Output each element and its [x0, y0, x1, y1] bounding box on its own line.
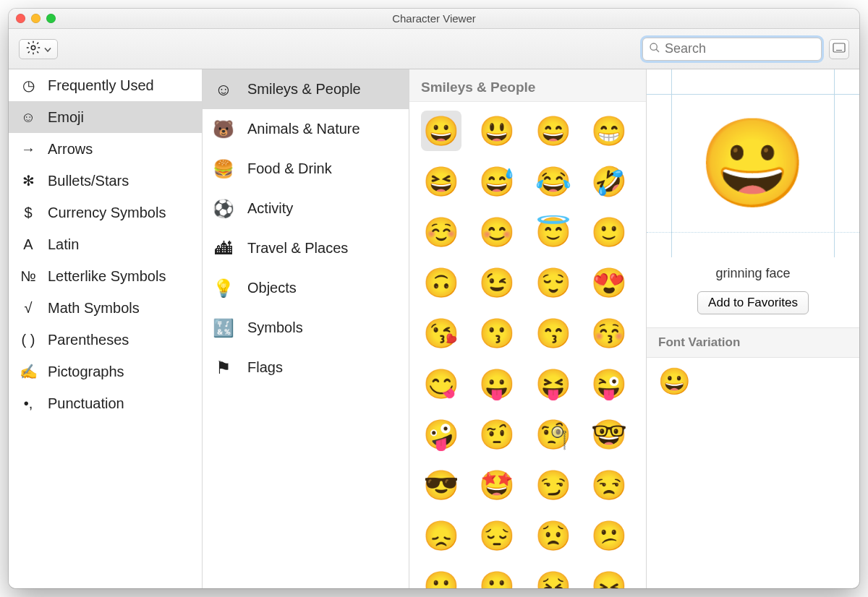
window-close-button[interactable]: [16, 14, 25, 23]
character-cell[interactable]: 😙: [533, 313, 574, 353]
character-cell[interactable]: 😏: [533, 465, 574, 505]
category-row[interactable]: ( )Parentheses: [9, 324, 202, 356]
subcategory-row[interactable]: ⚽Activity: [203, 189, 409, 228]
character-cell[interactable]: 😅: [477, 161, 517, 202]
font-variation-heading: Font Variation: [647, 327, 859, 358]
subcategory-label: Activity: [247, 200, 293, 217]
category-label: Emoji: [48, 109, 84, 126]
character-cell[interactable]: 😊: [477, 212, 517, 252]
character-cell[interactable]: 😣: [533, 566, 574, 588]
settings-menu-button[interactable]: [19, 39, 58, 59]
subcategory-row[interactable]: ⚑Flags: [203, 348, 409, 387]
window-minimize-button[interactable]: [31, 14, 41, 23]
punct-icon: •,: [19, 395, 38, 412]
character-cell[interactable]: 🧐: [533, 414, 574, 455]
picto-icon: ✍: [19, 363, 38, 380]
category-row[interactable]: ✻Bullets/Stars: [9, 165, 202, 197]
symbols-icon: 🔣: [213, 318, 234, 338]
subcategory-label: Animals & Nature: [247, 121, 360, 137]
character-cell[interactable]: 😗: [477, 313, 517, 353]
subcategory-label: Travel & Places: [247, 240, 348, 257]
window-zoom-button[interactable]: [46, 14, 56, 23]
category-label: Bullets/Stars: [48, 173, 129, 189]
character-cell[interactable]: 😎: [421, 465, 461, 505]
category-row[interactable]: ☺Emoji: [9, 101, 202, 133]
body: ◷Frequently Used☺Emoji→Arrows✻Bullets/St…: [9, 69, 859, 588]
category-row[interactable]: →Arrows: [9, 133, 202, 165]
flags-icon: ⚑: [213, 358, 234, 378]
search-input[interactable]: [665, 41, 815, 56]
titlebar: Character Viewer: [9, 9, 859, 29]
subcategory-label: Objects: [247, 280, 297, 296]
category-row[interactable]: √Math Symbols: [9, 292, 202, 324]
subcategory-row[interactable]: 💡Objects: [203, 268, 409, 308]
character-cell[interactable]: 😋: [421, 364, 461, 404]
character-cell[interactable]: 🙃: [421, 262, 461, 303]
radical-icon: √: [19, 300, 38, 317]
add-to-favorites-button[interactable]: Add to Favorites: [697, 291, 809, 314]
character-grid-panel: Smileys & People 😀😃😄😁😆😅😂🤣☺️😊😇🙂🙃😉😌😍😘😗😙😚😋😛…: [409, 69, 647, 588]
asterisk-icon: ✻: [19, 172, 38, 189]
character-cell[interactable]: 😄: [533, 111, 574, 151]
window-title: Character Viewer: [9, 12, 859, 25]
character-cell[interactable]: 😟: [533, 515, 574, 556]
character-cell[interactable]: 😕: [589, 515, 629, 556]
travel-icon: 🏙: [213, 239, 234, 259]
A-icon: A: [19, 236, 38, 253]
character-cell[interactable]: 🤪: [421, 414, 461, 455]
character-cell[interactable]: 😃: [477, 111, 517, 151]
character-cell[interactable]: 😚: [589, 313, 629, 353]
category-label: Pictographs: [48, 364, 124, 380]
character-cell[interactable]: ☺️: [421, 212, 461, 252]
character-cell[interactable]: 😔: [477, 515, 517, 556]
font-variation-glyph[interactable]: 😀: [647, 358, 859, 405]
character-cell[interactable]: 😌: [533, 262, 574, 303]
character-cell[interactable]: 😞: [421, 515, 461, 556]
character-cell[interactable]: 😜: [589, 364, 629, 404]
character-viewer-window: Character Viewer ◷Frequently Used☺Emoji→…: [9, 9, 859, 588]
category-row[interactable]: ✍Pictographs: [9, 356, 202, 387]
search-field-wrapper[interactable]: [642, 38, 822, 61]
svg-rect-2: [833, 43, 845, 52]
character-cell[interactable]: 🤨: [477, 414, 517, 455]
category-row[interactable]: $Currency Symbols: [9, 197, 202, 228]
category-row[interactable]: •,Punctuation: [9, 387, 202, 419]
character-cell[interactable]: 😛: [477, 364, 517, 404]
preview-glyph: 😀: [699, 113, 807, 214]
character-cell[interactable]: 🤣: [589, 161, 629, 202]
category-row[interactable]: №Letterlike Symbols: [9, 260, 202, 292]
keyboard-viewer-button[interactable]: [829, 39, 849, 59]
grid-header: Smileys & People: [409, 69, 646, 102]
character-cell[interactable]: 😀: [421, 111, 461, 151]
character-cell[interactable]: 😘: [421, 313, 461, 353]
subcategory-row[interactable]: 🐻Animals & Nature: [203, 109, 409, 149]
dollar-icon: $: [19, 205, 38, 221]
category-label: Parentheses: [48, 332, 129, 348]
subcategory-row[interactable]: ☺Smileys & People: [203, 69, 409, 109]
svg-point-0: [31, 46, 35, 50]
subcategory-row[interactable]: 🏙Travel & Places: [203, 228, 409, 268]
character-cell[interactable]: 😇: [533, 212, 574, 252]
category-row[interactable]: ALatin: [9, 228, 202, 260]
chevron-down-icon: [44, 43, 51, 56]
character-cell[interactable]: 😉: [477, 262, 517, 303]
character-cell[interactable]: 😝: [533, 364, 574, 404]
subcategory-row[interactable]: 🍔Food & Drink: [203, 149, 409, 189]
character-cell[interactable]: 🤩: [477, 465, 517, 505]
character-cell[interactable]: 😒: [589, 465, 629, 505]
character-cell[interactable]: 😆: [421, 161, 461, 202]
character-cell[interactable]: 🤓: [589, 414, 629, 455]
character-cell[interactable]: 😂: [533, 161, 574, 202]
character-cell[interactable]: 😍: [589, 262, 629, 303]
category-label: Punctuation: [48, 395, 124, 412]
character-preview: 😀: [647, 69, 859, 257]
character-cell[interactable]: 😖: [589, 566, 629, 588]
category-row[interactable]: ◷Frequently Used: [9, 69, 202, 101]
character-cell[interactable]: 🙁: [421, 566, 461, 588]
character-cell[interactable]: ☹️: [477, 566, 517, 588]
subcategory-label: Flags: [247, 359, 283, 376]
character-cell[interactable]: 😁: [589, 111, 629, 151]
character-cell[interactable]: 🙂: [589, 212, 629, 252]
parens-icon: ( ): [19, 332, 38, 348]
subcategory-row[interactable]: 🔣Symbols: [203, 308, 409, 348]
